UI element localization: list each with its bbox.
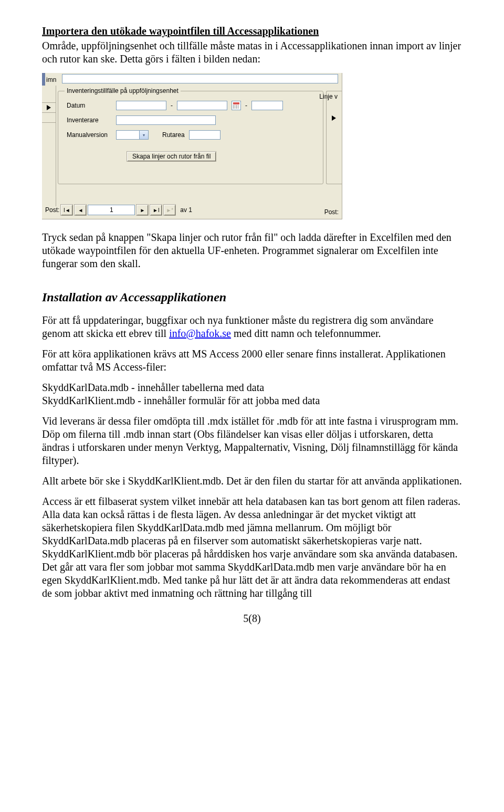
paragraph-files: SkyddKarlData.mdb - innehåller tabellern… — [42, 381, 462, 407]
paragraph-work: Allt arbete bör ske i SkyddKarlKlient.md… — [42, 474, 462, 488]
chevron-down-icon: ▾ — [139, 131, 148, 139]
groupbox-linje — [326, 91, 342, 184]
groupbox-inventering: Inventeringstillfälle på uppföljningsenh… — [58, 91, 323, 184]
date-range-dash-2: - — [245, 102, 247, 109]
datum-from-input[interactable] — [116, 101, 166, 110]
groupbox-legend: Inventeringstillfälle på uppföljningsenh… — [65, 87, 181, 94]
datum-to-input[interactable] — [177, 101, 227, 110]
nav-next-button[interactable]: ► — [136, 204, 149, 216]
mailto-link[interactable]: info@hafok.se — [169, 328, 231, 339]
calendar-icon[interactable] — [232, 101, 241, 110]
paragraph-requirements: För att köra applikationen krävs att MS … — [42, 347, 462, 374]
imn-label: imn — [46, 76, 56, 83]
record-navigator-sub: Post: — [324, 208, 339, 216]
imn-input[interactable] — [62, 74, 338, 83]
file-data-line: SkyddKarlData.mdb - innehåller tabellern… — [42, 382, 264, 393]
nav-current-input[interactable]: 1 — [88, 205, 135, 215]
nav-new-button[interactable]: ►* — [163, 204, 176, 216]
paragraph-press: Tryck sedan på knappen "Skapa linjer och… — [42, 231, 462, 270]
rutarea-label: Rutarea — [162, 131, 185, 139]
record-selector-gutter — [42, 86, 56, 206]
paragraph-register: För att få uppdateringar, buggfixar och … — [42, 314, 462, 340]
current-record-icon — [47, 105, 51, 110]
access-form-screenshot: imn Inventeringstillfälle på uppföljning… — [42, 73, 342, 219]
heading-installation: Installation av Accessapplikationen — [42, 290, 462, 304]
record-navigator: Post: I◄ ◄ 1 ► ►I ►* av 1 — [45, 204, 192, 216]
heading-import: Importera den utökade waypointfilen till… — [42, 25, 462, 37]
manualversion-combo[interactable]: ▾ — [116, 130, 149, 140]
nav-post-label: Post: — [45, 206, 59, 214]
paragraph-register-b: med ditt namn och telefonnummer. — [231, 328, 381, 339]
next-panel-icon[interactable] — [332, 115, 336, 121]
titlebar-fragment — [42, 73, 45, 87]
file-klient-line: SkyddKarlKlient.mdb - innehåller formulä… — [42, 395, 320, 406]
skapa-button[interactable]: Skapa linjer och rutor från fil — [127, 151, 216, 162]
nav2-post-label: Post: — [324, 208, 339, 216]
rutarea-input[interactable] — [189, 130, 220, 140]
date-range-dash: - — [171, 102, 173, 109]
datum-label: Datum — [67, 102, 112, 109]
paragraph-intro: Område, uppföljningsenhet och tillfälle … — [42, 39, 462, 66]
nav-last-button[interactable]: ►I — [150, 204, 162, 216]
paragraph-backup: Access är ett filbaserat system vilket i… — [42, 495, 462, 600]
inventerare-label: Inventerare — [67, 117, 112, 124]
page-number: 5(8) — [42, 613, 462, 625]
datum-extra-input[interactable] — [251, 101, 283, 110]
nav-prev-button[interactable]: ◄ — [74, 204, 87, 216]
manualversion-label: Manualversion — [67, 131, 112, 139]
nav-count-label: av 1 — [180, 206, 192, 214]
paragraph-rename: Vid leverans är dessa filer omdöpta till… — [42, 415, 462, 467]
nav-first-button[interactable]: I◄ — [60, 204, 73, 216]
inventerare-input[interactable] — [116, 115, 216, 125]
